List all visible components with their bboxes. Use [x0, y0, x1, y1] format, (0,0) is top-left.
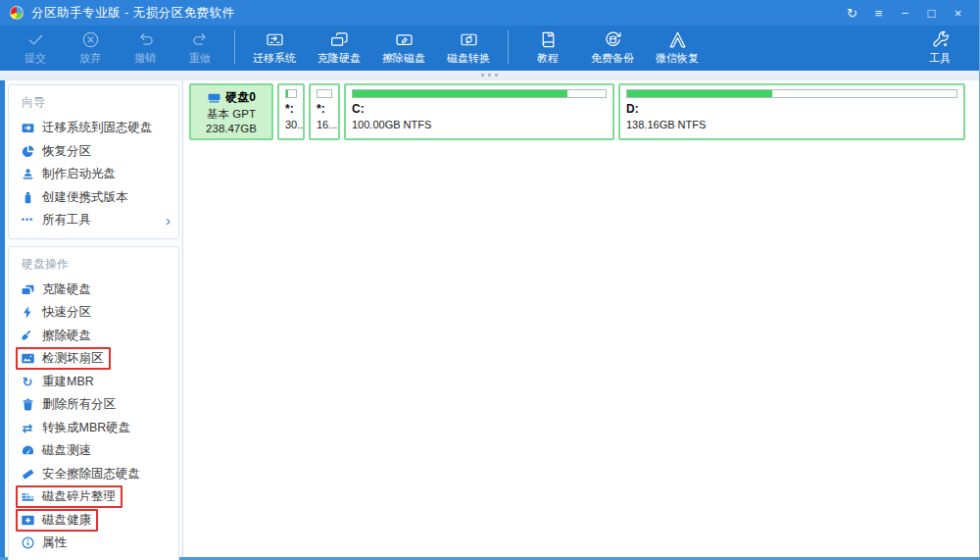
sidebar-item-quick-partition[interactable]: 快速分区 [9, 301, 178, 325]
toolbar-button-erase[interactable]: 擦除磁盘 [371, 29, 436, 66]
convert-icon [459, 29, 479, 50]
sidebar-item-make-bootable-cd[interactable]: 制作启动光盘 [9, 163, 178, 186]
refresh-button[interactable]: ↻ [839, 2, 865, 24]
sidebar-item-convert-to-mbr[interactable]: ⇄转换成MBR硬盘 [9, 417, 178, 440]
wrench-icon [930, 29, 951, 50]
usage-bar [626, 89, 957, 98]
item-box: 快速分区 [16, 301, 98, 324]
item-box: 克隆硬盘 [16, 279, 98, 301]
wechat-icon [667, 29, 688, 50]
item-box: 迁移系统到固态硬盘 [16, 117, 160, 139]
properties-icon [20, 535, 35, 550]
undo-icon [135, 29, 156, 50]
migrate-icon [265, 29, 285, 50]
section-title: 硬盘操作 [9, 247, 178, 279]
sidebar-item-disk-health[interactable]: 磁盘健康 [9, 509, 178, 533]
usage-bar-fill [286, 90, 288, 97]
sidebar-item-create-portable-version[interactable]: 创建便携式版本 [9, 186, 178, 210]
item-box: 磁盘测速 [16, 439, 98, 462]
partition-label: *: [285, 103, 297, 116]
disk-info-box[interactable]: 硬盘0 基本 GPT 238.47GB [189, 83, 273, 140]
backup-icon [603, 29, 623, 50]
toolbar-button-wechat[interactable]: 微信恢复 [645, 29, 710, 66]
toolbar-group-pending-ops: 提交放弃撤销重做 [8, 29, 227, 66]
disk-defrag-icon [20, 489, 35, 504]
sidebar-item-delete-all-partitions[interactable]: 删除所有分区 [9, 393, 178, 417]
disk-row: 硬盘0 基本 GPT 238.47GB *:30...*:16...C:100.… [189, 83, 973, 140]
partition-box-4[interactable]: D:138.16GB NTFS [618, 83, 965, 140]
partition-box-2[interactable]: *:16... [309, 83, 340, 140]
delete-all-partitions-icon [20, 397, 35, 412]
toolbar-button-convert[interactable]: 磁盘转换 [436, 29, 501, 66]
usage-bar [317, 89, 332, 98]
usage-bar-fill [353, 90, 567, 97]
window-title: 分区助手专业版 - 无损分区免费软件 [31, 5, 235, 22]
partition-size: 16... [317, 119, 332, 130]
item-box: ⇄转换成MBR硬盘 [16, 417, 137, 439]
maximize-button[interactable]: □ [918, 2, 945, 24]
sidebar-item-disk-speed-test[interactable]: 磁盘测速 [9, 439, 178, 463]
item-box: 创建便携式版本 [16, 186, 135, 209]
close-button[interactable]: × [945, 2, 971, 24]
usage-bar [285, 89, 297, 98]
minimize-button[interactable]: − [892, 2, 918, 24]
disk-speed-test-icon [20, 443, 35, 458]
sidebar-item-recover-partition[interactable]: 恢复分区 [9, 140, 178, 164]
toolbar: 提交放弃撤销重做迁移系统克隆硬盘擦除磁盘磁盘转换教程免费备份微信恢复工具 [0, 25, 979, 71]
quick-partition-icon [20, 305, 35, 320]
toolbar-button-redo[interactable]: 重做 [172, 29, 227, 66]
disk-health-icon [20, 513, 35, 528]
item-box: 安全擦除固态硬盘 [16, 463, 147, 485]
titlebar: 分区助手专业版 - 无损分区免费软件 ↻≡−□× [0, 0, 979, 25]
redo-icon [190, 29, 211, 50]
menu-button[interactable]: ≡ [865, 2, 892, 24]
toolbar-button-book[interactable]: 教程 [515, 29, 580, 66]
rebuild-mbr-icon: ↻ [20, 375, 35, 389]
sidebar-item-disk-defrag[interactable]: 磁盘碎片整理 [9, 485, 178, 509]
partition-box-3[interactable]: C:100.00GB NTFS [344, 83, 614, 140]
sidebar-item-migrate-os-to-ssd[interactable]: 迁移系统到固态硬盘 [9, 117, 178, 140]
clone-icon [329, 29, 350, 50]
highlight-box: 磁盘碎片整理 [16, 485, 122, 508]
sidebar: 向导迁移系统到固态硬盘恢复分区制作启动光盘创建便携式版本•••所有工具›硬盘操作… [5, 80, 183, 557]
make-bootable-cd-icon [20, 167, 35, 181]
highlight-box: 检测坏扇区 [16, 347, 111, 370]
disk-type: 基本 GPT [207, 107, 256, 122]
sidebar-item-check-bad-sectors[interactable]: 检测坏扇区 [9, 347, 178, 371]
check-icon [25, 29, 46, 50]
usage-bar [352, 89, 607, 98]
sidebar-item-rebuild-mbr[interactable]: ↻重建MBR [9, 371, 178, 394]
collapse-handle[interactable] [481, 74, 498, 76]
toolbar-button-wrench[interactable]: 工具 [912, 29, 967, 66]
sidebar-item-secure-erase-ssd[interactable]: 安全擦除固态硬盘 [9, 463, 178, 486]
partition-size: 30... [285, 119, 297, 130]
chevron-right-icon: › [166, 213, 171, 228]
disk-size: 238.47GB [206, 123, 257, 134]
partition-box-1[interactable]: *:30... [277, 83, 305, 140]
item-box: 擦除硬盘 [16, 325, 98, 347]
toolbar-button-undo[interactable]: 撤销 [118, 29, 172, 66]
disk-icon [207, 90, 221, 105]
sidebar-item-wipe-disk[interactable]: 擦除硬盘 [9, 325, 178, 348]
item-box: 制作启动光盘 [16, 163, 122, 185]
sidebar-section-wizard: 向导迁移系统到固态硬盘恢复分区制作启动光盘创建便携式版本•••所有工具› [8, 84, 179, 239]
window-controls: ↻≡−□× [839, 2, 971, 24]
section-title: 向导 [9, 85, 178, 117]
app-window: 分区助手专业版 - 无损分区免费软件 ↻≡−□× 提交放弃撤销重做迁移系统克隆硬… [0, 0, 980, 560]
toolbar-button-check[interactable]: 提交 [8, 29, 63, 66]
item-box: ↻重建MBR [16, 371, 101, 393]
toolbar-button-backup[interactable]: 免费备份 [580, 29, 645, 66]
toolbar-divider [508, 30, 509, 64]
app-logo-icon [10, 6, 24, 20]
sidebar-item-all-tools[interactable]: •••所有工具› [9, 209, 178, 232]
migrate-os-to-ssd-icon [20, 121, 35, 135]
sidebar-item-clone-disk[interactable]: 克隆硬盘 [9, 279, 178, 302]
create-portable-version-icon [20, 190, 35, 205]
toolbar-divider [234, 30, 235, 64]
usage-bar-fill [627, 90, 772, 97]
toolbar-button-clone[interactable]: 克隆硬盘 [307, 29, 371, 66]
sidebar-section-disk-operations: 硬盘操作克隆硬盘快速分区擦除硬盘检测坏扇区↻重建MBR删除所有分区⇄转换成MBR… [8, 246, 179, 560]
toolbar-button-migrate[interactable]: 迁移系统 [242, 29, 307, 66]
sidebar-item-properties[interactable]: 属性 [9, 532, 178, 555]
toolbar-button-discard[interactable]: 放弃 [63, 29, 118, 66]
